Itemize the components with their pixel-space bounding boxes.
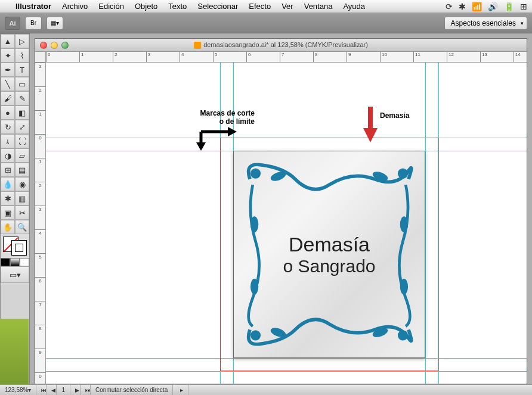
status-tool: Conmutar selección directa [91, 385, 173, 395]
menu-file[interactable]: Archivo [62, 2, 88, 11]
ai-badge: Ai [5, 17, 20, 30]
next-artboard-button[interactable]: ▶ [70, 385, 81, 395]
arrow-cropmarks-icon [195, 127, 237, 151]
canvas[interactable]: Demasía o Sangrado Marcas de corte o de … [46, 63, 527, 384]
zoom-window-button[interactable] [61, 42, 69, 49]
annotation-bleed: Demasía [380, 111, 409, 120]
menu-help[interactable]: Ayuda [343, 2, 365, 11]
fill-stroke-swatch[interactable] [1, 234, 29, 258]
svg-point-10 [250, 279, 258, 295]
svg-point-11 [400, 279, 408, 295]
volume-icon[interactable]: 🔊 [488, 2, 498, 11]
macos-menubar: Illustrator Archivo Edición Objeto Texto… [0, 0, 532, 13]
color-mode-solid[interactable] [1, 258, 10, 266]
document-title: demasiaosangrado.ai* al 123,58% (CMYK/Pr… [194, 41, 368, 49]
svg-point-0 [250, 169, 261, 179]
graph-tool[interactable]: ▥ [15, 191, 29, 206]
zoom-tool[interactable]: 🔍 [15, 220, 29, 234]
menu-type[interactable]: Texto [168, 2, 187, 11]
line-tool[interactable]: ╲ [1, 77, 15, 91]
battery-icon[interactable]: 🔋 [504, 2, 514, 11]
color-mode-none[interactable] [20, 258, 29, 266]
main-area: ▲ ▷ ✦ ⌇ ✒ T ╲ ▭ 🖌 ✎ ● ◧ ↻ ⤢ ⫰ ⛶ ◑ ▱ ⊞ ▤ … [0, 33, 532, 384]
direct-selection-tool[interactable]: ▷ [15, 34, 29, 48]
guide[interactable] [438, 63, 439, 384]
sync-icon[interactable]: ⟳ [446, 2, 453, 11]
screen-mode-button[interactable]: ▭▾ [1, 266, 29, 283]
vertical-ruler[interactable]: 3 2 1 0 1 2 3 4 5 6 7 8 9 0 [35, 63, 46, 384]
perspective-tool[interactable]: ▱ [15, 148, 29, 163]
svg-marker-13 [228, 127, 237, 136]
rotate-tool[interactable]: ↻ [1, 120, 15, 134]
annotation-cropmarks: Marcas de corte o de límite [171, 109, 255, 126]
svg-point-8 [250, 216, 258, 232]
menu-select[interactable]: Seleccionar [197, 2, 238, 11]
color-mode-gradient[interactable] [10, 258, 20, 266]
horizontal-ruler[interactable]: 0 1 2 3 4 5 6 7 8 9 10 11 12 13 14 [46, 52, 527, 63]
shape-builder-tool[interactable]: ◑ [1, 148, 15, 163]
zoom-level[interactable]: 123,58% ▾ [0, 385, 36, 395]
paintbrush-tool[interactable]: 🖌 [1, 91, 15, 105]
artboard: Demasía o Sangrado [233, 151, 425, 358]
wifi-icon[interactable]: 📶 [472, 2, 482, 11]
svg-marker-15 [196, 142, 206, 151]
spotlight-icon[interactable]: ⊞ [520, 2, 527, 11]
svg-point-3 [398, 330, 408, 340]
artboard-tool[interactable]: ▣ [1, 206, 15, 220]
bluetooth-icon[interactable]: ✱ [459, 2, 466, 11]
app-menu[interactable]: Illustrator [16, 2, 51, 11]
close-window-button[interactable] [40, 42, 47, 49]
control-bar: Ai Br ▦▾ Aspectos esenciales [0, 13, 532, 33]
artboard-number[interactable]: 1 [57, 385, 70, 395]
menu-view[interactable]: Ver [282, 2, 293, 11]
free-transform-tool[interactable]: ⛶ [15, 134, 29, 148]
scale-tool[interactable]: ⤢ [15, 120, 29, 134]
minimize-window-button[interactable] [51, 42, 58, 49]
status-dropdown[interactable]: ▸ [175, 385, 188, 395]
pen-tool[interactable]: ✒ [1, 63, 15, 77]
eraser-tool[interactable]: ◧ [15, 105, 29, 120]
blob-brush-tool[interactable]: ● [1, 105, 15, 120]
ornamental-frame [239, 156, 420, 353]
guide[interactable] [46, 371, 527, 372]
menu-window[interactable]: Ventana [304, 2, 333, 11]
eyedropper-tool[interactable]: 💧 [1, 177, 15, 191]
document-window: demasiaosangrado.ai* al 123,58% (CMYK/Pr… [35, 38, 527, 384]
prev-artboard-button[interactable]: ◀ [47, 385, 57, 395]
arrow-bleed-icon [363, 128, 378, 142]
slice-tool[interactable]: ✂ [15, 206, 29, 220]
arrange-button[interactable]: ▦▾ [47, 17, 63, 30]
ruler-origin[interactable] [35, 52, 46, 63]
width-tool[interactable]: ⫰ [1, 134, 15, 148]
svg-point-9 [400, 216, 408, 232]
menu-effect[interactable]: Efecto [249, 2, 271, 11]
mesh-tool[interactable]: ⊞ [1, 163, 15, 177]
document-titlebar: demasiaosangrado.ai* al 123,58% (CMYK/Pr… [35, 39, 527, 52]
gradient-tool[interactable]: ▤ [15, 163, 29, 177]
document-icon [194, 42, 201, 49]
first-artboard-button[interactable]: ⏮ [36, 385, 47, 395]
selection-tool[interactable]: ▲ [1, 34, 15, 48]
symbol-sprayer-tool[interactable]: ✱ [1, 191, 15, 206]
menu-object[interactable]: Objeto [135, 2, 157, 11]
last-artboard-button[interactable]: ⏭ [81, 385, 91, 395]
menu-edit[interactable]: Edición [98, 2, 124, 11]
rectangle-tool[interactable]: ▭ [15, 77, 29, 91]
svg-point-1 [398, 169, 408, 179]
bridge-button[interactable]: Br [25, 17, 42, 30]
hand-tool[interactable]: ✋ [1, 220, 15, 234]
type-tool[interactable]: T [15, 63, 29, 77]
status-bar: 123,58% ▾ ⏮ ◀ 1 ▶ ⏭ Conmutar selección d… [0, 384, 532, 395]
blend-tool[interactable]: ◉ [15, 177, 29, 191]
workspace-selector[interactable]: Aspectos esenciales [444, 17, 527, 30]
pencil-tool[interactable]: ✎ [15, 91, 29, 105]
lasso-tool[interactable]: ⌇ [15, 48, 29, 63]
stroke-swatch[interactable] [11, 240, 27, 256]
green-strip [0, 319, 29, 384]
magic-wand-tool[interactable]: ✦ [1, 48, 15, 63]
svg-point-2 [250, 330, 261, 340]
